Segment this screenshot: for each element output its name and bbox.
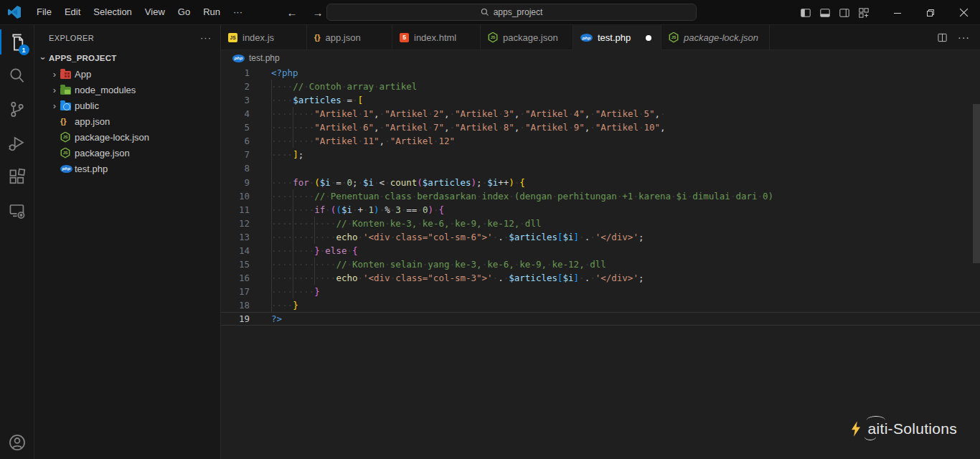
code-editor[interactable]: 1<?php2····//·Contoh·array·artikel3····$… [221, 66, 980, 459]
menu-view[interactable]: View [138, 4, 171, 21]
tab-index-js[interactable]: JSindex.js [221, 25, 307, 49]
tree-item-app[interactable]: ›App [34, 66, 220, 82]
close-window-button[interactable] [947, 0, 980, 25]
history-nav: ← → [283, 4, 327, 21]
line-number: 12 [221, 217, 250, 230]
remote-explorer-activity-button[interactable] [0, 194, 34, 227]
source-control-activity-button[interactable] [0, 93, 34, 126]
php-icon: php [580, 34, 593, 42]
modified-dot-icon[interactable] [646, 35, 651, 41]
minimize-button[interactable] [881, 0, 914, 25]
menu-selection[interactable]: Selection [87, 4, 138, 21]
split-editor-icon[interactable] [937, 32, 948, 43]
tree-item-public[interactable]: ›public [34, 98, 220, 113]
php-file-icon: php [232, 55, 245, 62]
line-number: 1 [221, 66, 250, 80]
tab-package-lock-json[interactable]: JSpackage-lock.json [661, 25, 770, 49]
menu-go[interactable]: Go [171, 4, 197, 21]
tab-label: app.json [326, 32, 361, 43]
tree-item-label: package-lock.json [75, 132, 149, 143]
code-line-6[interactable]: 6········"Artikel·11",·"Artikel·12" [221, 134, 980, 148]
line-number: 18 [221, 298, 250, 312]
explorer-more-actions-button[interactable]: ··· [200, 32, 212, 43]
explorer-activity-button[interactable]: 1 [0, 25, 34, 59]
npm-icon: JS [60, 148, 70, 158]
editor-group: JSindex.js{}app.json5index.htmlJSpackage… [221, 25, 980, 459]
extensions-icon [8, 168, 26, 186]
folder-app-icon [60, 71, 71, 79]
tab-index-html[interactable]: 5index.html [392, 25, 481, 49]
back-arrow-button[interactable]: ← [283, 4, 301, 21]
line-number: 5 [221, 120, 250, 134]
code-line-9[interactable]: 9····for·($i·=·0;·$i·<·count($articles);… [221, 176, 980, 189]
chevron-right-icon: › [49, 100, 60, 111]
extensions-activity-button[interactable] [0, 160, 34, 194]
vertical-scrollbar[interactable] [973, 104, 980, 263]
restore-button[interactable] [914, 0, 947, 25]
code-line-8[interactable]: 8 [221, 161, 980, 175]
tab-label: test.php [598, 32, 631, 43]
toggle-secondary-sidebar-icon[interactable] [839, 7, 850, 19]
line-number: 17 [221, 285, 250, 298]
line-number: 9 [221, 176, 250, 189]
brand-watermark: aiti-Solutions [849, 420, 957, 437]
code-line-11[interactable]: 11········if·(($i·+·1)·%·3·==·0)·{ [221, 203, 980, 217]
accounts-activity-button[interactable] [0, 425, 34, 459]
code-line-15[interactable]: 15············//·Konten·selain·yang·ke-3… [221, 257, 980, 271]
chevron-right-icon: › [49, 69, 60, 80]
search-icon [8, 67, 26, 85]
code-line-2[interactable]: 2····//·Contoh·array·artikel [221, 80, 980, 93]
explorer-badge: 1 [19, 44, 29, 55]
toggle-primary-sidebar-icon[interactable] [800, 7, 811, 19]
tree-root-label: APPS_PROJECT [49, 54, 116, 62]
vscode-window: FileEditSelectionViewGoRun··· ← → apps_p… [0, 0, 980, 459]
menu-run[interactable]: Run [197, 4, 227, 21]
menu-edit[interactable]: Edit [58, 4, 87, 21]
tree-item-label: app.json [75, 116, 110, 127]
title-bar: FileEditSelectionViewGoRun··· ← → apps_p… [0, 0, 980, 25]
code-line-1[interactable]: 1<?php [221, 66, 980, 80]
code-line-5[interactable]: 5········"Artikel·6",·"Artikel·7",·"Arti… [221, 120, 980, 134]
menu-file[interactable]: File [30, 4, 58, 21]
tree-item-package-json[interactable]: JSpackage.json [34, 145, 220, 161]
braces-icon: {} [314, 33, 321, 42]
code-line-16[interactable]: 16············echo·'<div·class="col-sm-3… [221, 271, 980, 285]
run-and-debug-activity-button[interactable] [0, 126, 34, 160]
html-icon: 5 [400, 33, 409, 42]
customize-layout-icon[interactable] [858, 7, 870, 19]
line-number: 6 [221, 134, 250, 148]
code-line-7[interactable]: 7····]; [221, 148, 980, 161]
tree-item-test-php[interactable]: phptest.php [34, 161, 220, 176]
npm-icon: JS [488, 32, 498, 43]
menu-[interactable]: ··· [227, 4, 249, 21]
code-line-3[interactable]: 3····$articles·=·[ [221, 93, 980, 107]
code-line-18[interactable]: 18····} [221, 298, 980, 312]
editor-more-actions-button[interactable]: ··· [958, 32, 970, 43]
code-line-4[interactable]: 4········"Artikel·1",·"Artikel·2",·"Arti… [221, 107, 980, 120]
tab-app-json[interactable]: {}app.json [307, 25, 392, 49]
tree-item-label: node_modules [75, 85, 136, 95]
tree-item-label: test.php [75, 164, 108, 174]
line-number: 16 [221, 271, 250, 285]
chevron-right-icon: › [49, 85, 60, 95]
code-line-12[interactable]: 12············//·Konten·ke-3,·ke-6,·ke-9… [221, 217, 980, 230]
account-icon [8, 433, 27, 452]
tab-test-php[interactable]: phptest.php [573, 25, 661, 50]
tab-package-json[interactable]: JSpackage.json [481, 25, 573, 49]
code-line-14[interactable]: 14········}·else·{ [221, 244, 980, 257]
breadcrumb[interactable]: php test.php [221, 50, 980, 66]
command-center-title: apps_project [494, 7, 543, 17]
tree-item-app-json[interactable]: {}app.json [34, 113, 220, 129]
code-line-10[interactable]: 10········//·Penentuan·class·berdasarkan… [221, 189, 980, 203]
command-center-search[interactable]: apps_project [326, 4, 697, 21]
forward-arrow-button[interactable]: → [308, 4, 327, 21]
code-line-17[interactable]: 17········} [221, 285, 980, 298]
tree-item-node-modules[interactable]: ›node_modules [34, 82, 220, 98]
code-line-19[interactable]: 19?> [221, 312, 980, 326]
search-activity-button[interactable] [0, 59, 34, 93]
line-number: 19 [221, 312, 250, 326]
toggle-panel-icon[interactable] [819, 7, 831, 19]
tree-item-package-lock-json[interactable]: JSpackage-lock.json [34, 129, 220, 145]
code-line-13[interactable]: 13············echo·'<div·class="col-sm-6… [221, 230, 980, 244]
tree-root-apps-project[interactable]: › APPS_PROJECT [34, 50, 220, 66]
